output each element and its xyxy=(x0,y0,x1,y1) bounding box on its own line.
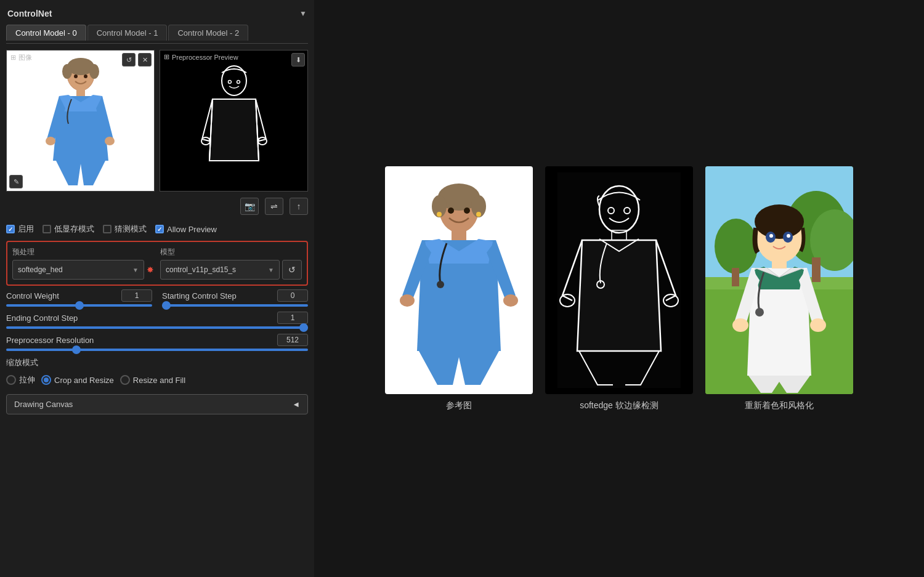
drawing-canvas-label: Drawing Canvas xyxy=(14,400,73,409)
svg-rect-4 xyxy=(76,89,85,96)
radio-resize-fill-label: Resize and Fill xyxy=(133,376,185,385)
allow-preview-option[interactable]: ✓ Allow Preview xyxy=(155,225,217,234)
radio-crop-resize-outer xyxy=(41,375,51,385)
svg-point-5 xyxy=(46,137,55,145)
svg-point-45 xyxy=(755,308,764,317)
dual-slider-row: Control Weight 1 Starting Control Step 0 xyxy=(6,289,308,307)
svg-point-23 xyxy=(448,208,454,214)
panel-collapse-arrow[interactable]: ▼ xyxy=(299,9,307,18)
radio-stretch[interactable]: 拉伸 xyxy=(6,374,35,385)
svg-point-2 xyxy=(62,64,72,79)
left-panel: ControlNet ▼ Control Model - 0 Control M… xyxy=(0,0,314,577)
preprocessor-preview-label: ⊞ Preprocessor Preview xyxy=(164,53,238,61)
control-weight-value[interactable]: 1 xyxy=(121,289,152,302)
input-image-box[interactable]: ⊞ 图像 ↺ ✕ xyxy=(6,50,155,192)
starting-step-item: Starting Control Step 0 xyxy=(162,289,308,307)
drawing-canvas-row[interactable]: Drawing Canvas ◄ xyxy=(6,394,308,414)
svg-point-12 xyxy=(228,81,231,84)
svg-point-26 xyxy=(476,212,481,217)
edge-detection-image xyxy=(160,50,307,191)
toolbar-row: 📷 ⇌ ↑ xyxy=(6,195,308,217)
camera-btn[interactable]: 📷 xyxy=(240,198,259,215)
gallery-image-0 xyxy=(385,166,533,394)
svg-point-39 xyxy=(715,219,758,274)
allow-preview-checkbox[interactable]: ✓ xyxy=(155,225,164,233)
ending-step-header: Ending Control Step 1 xyxy=(6,312,308,324)
preprocessor-group: 预处理 softedge_hed ▼ ✸ xyxy=(12,247,154,280)
ending-step-row: Ending Control Step 1 xyxy=(6,312,308,329)
ending-step-label: Ending Control Step xyxy=(6,313,78,323)
preprocessor-dropdown[interactable]: softedge_hed ▼ xyxy=(12,260,144,280)
low-memory-option[interactable]: 低显存模式 xyxy=(43,224,94,235)
preprocessor-res-slider[interactable] xyxy=(6,349,308,351)
gallery-image-1 xyxy=(545,166,693,394)
refresh-image-btn[interactable]: ↺ xyxy=(122,53,136,67)
zoom-mode-radio-row: 拉伸 Crop and Resize Resize and Fill xyxy=(6,372,308,388)
svg-point-53 xyxy=(732,318,748,332)
enable-option[interactable]: ✓ 启用 xyxy=(6,224,34,235)
swap-btn[interactable]: ⇌ xyxy=(265,198,283,215)
model-group: 模型 control_v11p_sd15_s ▼ ↺ xyxy=(160,247,302,280)
drawing-canvas-arrow: ◄ xyxy=(292,400,300,409)
starting-step-header: Starting Control Step 0 xyxy=(162,289,308,302)
svg-point-3 xyxy=(89,64,99,79)
gallery-image-2 xyxy=(705,166,853,394)
svg-rect-19 xyxy=(452,230,466,241)
starting-step-value[interactable]: 0 xyxy=(277,289,308,302)
svg-point-25 xyxy=(437,212,442,217)
svg-point-48 xyxy=(755,204,804,239)
low-memory-label: 低显存模式 xyxy=(54,224,94,235)
nurse-image xyxy=(7,50,154,191)
preprocessor-select-row: softedge_hed ▼ ✸ xyxy=(12,260,154,280)
preprocessor-label: 预处理 xyxy=(12,247,154,257)
upload-btn[interactable]: ↑ xyxy=(290,198,308,215)
svg-point-22 xyxy=(437,281,444,288)
model-dropdown[interactable]: control_v11p_sd15_s ▼ xyxy=(160,260,280,280)
gallery-item-0: 参考图 xyxy=(385,166,533,411)
tab-control-model-1[interactable]: Control Model - 1 xyxy=(87,25,168,41)
radio-stretch-label: 拉伸 xyxy=(19,374,35,385)
download-preview-btn[interactable]: ⬇ xyxy=(291,53,305,67)
control-weight-header: Control Weight 1 xyxy=(6,289,152,302)
zoom-mode-label: 缩放模式 xyxy=(6,357,308,368)
input-image-label: ⊞ 图像 xyxy=(10,53,32,62)
options-row: ✓ 启用 低显存模式 猜测模式 ✓ Allow Preview xyxy=(6,221,308,237)
preprocessor-dropdown-arrow: ▼ xyxy=(132,267,139,273)
radio-resize-fill[interactable]: Resize and Fill xyxy=(120,375,185,385)
guess-mode-label: 猜测模式 xyxy=(115,224,147,235)
guess-mode-option[interactable]: 猜测模式 xyxy=(103,224,147,235)
gallery-container: 参考图 xyxy=(385,166,853,411)
low-memory-checkbox[interactable] xyxy=(43,225,51,233)
preprocessor-preview-controls: ⬇ xyxy=(291,53,305,67)
ending-step-value[interactable]: 1 xyxy=(277,312,308,324)
panel-header: ControlNet ▼ xyxy=(6,6,308,21)
guess-mode-checkbox[interactable] xyxy=(103,225,111,233)
preprocessor-res-label: Preprocessor Resolution xyxy=(6,336,94,345)
svg-point-6 xyxy=(105,137,115,145)
preprocessor-res-value[interactable]: 512 xyxy=(277,334,308,346)
allow-preview-label: Allow Preview xyxy=(167,225,217,234)
gallery-label-1: softedge 软边缘检测 xyxy=(580,400,659,411)
enable-checkbox[interactable]: ✓ xyxy=(6,225,15,233)
zoom-mode-section: 缩放模式 拉伸 Crop and Resize Resize and Fill xyxy=(6,355,308,390)
close-image-btn[interactable]: ✕ xyxy=(138,53,152,67)
model-refresh-btn[interactable]: ↺ xyxy=(282,260,302,280)
tab-control-model-2[interactable]: Control Model - 2 xyxy=(168,25,248,41)
svg-point-51 xyxy=(769,234,773,238)
control-weight-label: Control Weight xyxy=(6,291,59,301)
tab-control-model-0[interactable]: Control Model - 0 xyxy=(6,25,86,41)
control-weight-slider[interactable] xyxy=(6,304,152,307)
sliders-section: Control Weight 1 Starting Control Step 0 xyxy=(6,289,308,351)
svg-point-21 xyxy=(503,294,518,307)
preprocessor-preview-box[interactable]: ⊞ Preprocessor Preview ⬇ xyxy=(160,50,308,192)
edit-image-btn[interactable]: ✎ xyxy=(9,175,23,188)
svg-point-20 xyxy=(400,294,415,307)
starting-step-slider[interactable] xyxy=(162,304,308,307)
svg-point-13 xyxy=(237,81,240,84)
svg-point-8 xyxy=(84,75,87,78)
star-icon: ✸ xyxy=(147,265,154,275)
radio-crop-resize[interactable]: Crop and Resize xyxy=(41,375,114,385)
svg-rect-40 xyxy=(812,257,821,282)
tabs-row: Control Model - 0 Control Model - 1 Cont… xyxy=(6,25,308,44)
ending-step-slider[interactable] xyxy=(6,326,308,329)
